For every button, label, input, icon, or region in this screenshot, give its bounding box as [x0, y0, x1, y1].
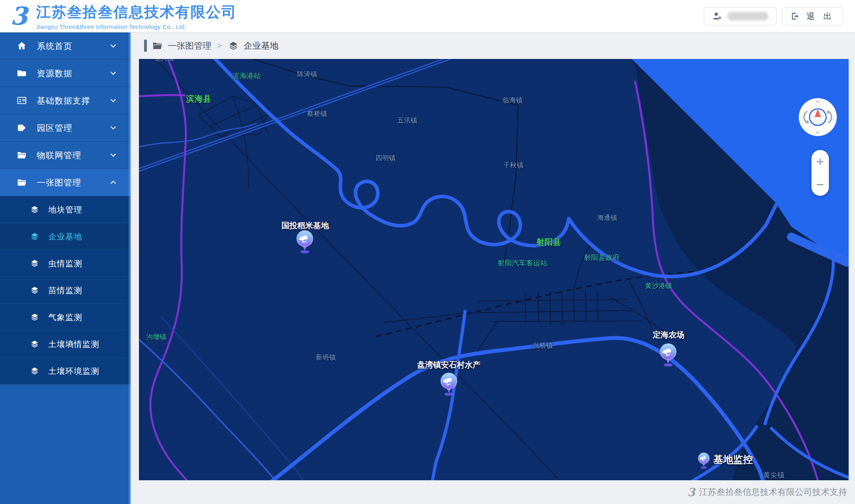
chevron-down-icon: [108, 123, 118, 133]
map-label-binhai-port-station: 滨海港站: [232, 71, 261, 81]
sidebar-item-iot-mgmt[interactable]: 物联网管理: [0, 142, 131, 169]
map-marker-label-guotou-rice-base: 国投稻米基地: [281, 220, 329, 231]
map-compass[interactable]: [798, 97, 838, 137]
layers-icon: [30, 205, 39, 214]
sidebar-item-label: 一张图管理: [37, 177, 108, 188]
zoom-in-button[interactable]: +: [811, 150, 829, 173]
user-gear-icon: [712, 11, 722, 21]
sidebar: 系统首页资源数据基础数据支撑园区管理物联网管理一张图管理地块管理企业基地虫情监测…: [0, 32, 131, 504]
company-logo: 3: [10, 4, 27, 28]
map-label-huangshagang-town: 黄沙港镇: [645, 281, 672, 290]
sidebar-subitem-weather-monitor[interactable]: 气象监测: [0, 304, 131, 331]
sidebar-subitem-label: 土壤环境监测: [48, 366, 131, 377]
app-header: 3 江苏叁拾叁信息技术有限公司 Jiangsu Three&three Info…: [0, 0, 855, 32]
sidebar-subitem-soil-env-monitor[interactable]: 土壤环境监测: [0, 358, 131, 385]
sidebar-item-basic-data[interactable]: 基础数据支撑: [0, 87, 131, 114]
sidebar-subitem-label: 苗情监测: [48, 285, 131, 296]
map-geography: [139, 59, 849, 480]
sidebar-item-resource[interactable]: 资源数据: [0, 60, 131, 87]
zoom-out-button[interactable]: −: [811, 173, 829, 196]
sidebar-subitem-label: 地块管理: [48, 204, 131, 215]
company-name-block: 江苏叁拾叁信息技术有限公司 Jiangsu Three&three Inform…: [36, 2, 237, 30]
app-root: 3 江苏叁拾叁信息技术有限公司 Jiangsu Three&three Info…: [0, 0, 855, 504]
camera-marker-icon: [296, 248, 314, 255]
layers-icon: [30, 286, 39, 295]
map-label-haitong-town: 海通镇: [597, 213, 618, 222]
chevron-up-icon: [108, 178, 118, 187]
map-label-sheyang-gov: 射阳县政府: [584, 253, 619, 262]
sidebar-item-label: 基础数据支撑: [37, 95, 108, 106]
map-label-siming-town: 四明镇: [376, 153, 396, 163]
footer-text: 江苏叁拾叁信息技术有限公司技术支持: [699, 486, 847, 498]
camera-marker-icon: [659, 361, 677, 368]
sidebar-subitem-label: 虫情监测: [48, 258, 131, 269]
company-name-en: Jiangsu Three&three Information Technolo…: [36, 23, 237, 30]
layers-icon: [30, 232, 39, 241]
map-label-sheyang-bus-station: 射阳汽车客运站: [498, 258, 547, 268]
map-marker-base-monitor[interactable]: [697, 452, 710, 471]
map-marker-dinghai-farm[interactable]: [659, 342, 677, 369]
layers-icon: [30, 259, 39, 268]
sidebar-subitem-plot-mgmt[interactable]: 地块管理: [0, 196, 131, 223]
logout-icon: [790, 11, 801, 21]
map-label-caiqiao-town: 蔡桥镇: [307, 109, 327, 118]
header-actions: 退 出: [704, 7, 843, 25]
map-canvas[interactable]: 运河镇滨海港站陈涛镇滨海县蔡桥镇临海镇五汛镇四明镇千秋镇海通镇射阳县射阳县政府射…: [139, 59, 849, 480]
map-label-sheyang-county: 射阳县: [536, 237, 561, 248]
map-marker-label-panwan-anshi-aquatic: 盘湾镇安石村水产: [417, 360, 481, 370]
sidebar-item-one-map[interactable]: 一张图管理: [0, 169, 131, 196]
folder-open-icon: [17, 177, 27, 188]
user-button[interactable]: [704, 7, 777, 25]
map-label-xingqiao-town: 兴桥镇: [533, 341, 553, 350]
chevron-down-icon: [108, 68, 118, 78]
camera-marker-icon: [697, 464, 710, 470]
footer: 3 江苏叁拾叁信息技术有限公司技术支持: [131, 480, 855, 504]
sidebar-item-label: 园区管理: [37, 122, 108, 134]
chevron-down-icon: [108, 41, 118, 51]
map-marker-panwan-anshi-aquatic[interactable]: [440, 371, 458, 398]
sidebar-subitem-soil-moisture-monitor[interactable]: 土壤墒情监测: [0, 331, 131, 358]
sidebar-subitem-label: 气象监测: [48, 312, 131, 323]
map-zoom-control: + −: [811, 150, 829, 196]
map-label-goudun-town: 沟墩镇: [146, 332, 167, 341]
layers-icon: [30, 313, 39, 322]
sidebar-item-home[interactable]: 系统首页: [0, 32, 131, 60]
sidebar-item-label: 物联网管理: [37, 150, 108, 161]
breadcrumb-separator: >: [217, 41, 222, 50]
map-marker-label-dinghai-farm: 定海农场: [653, 330, 684, 340]
map-marker-guotou-rice-base[interactable]: [296, 229, 314, 256]
sidebar-submenu: 地块管理企业基地虫情监测苗情监测气象监测土壤墒情监测土壤环境监测: [0, 196, 131, 385]
folder-icon: [17, 68, 27, 78]
compass-icon: [798, 97, 838, 137]
sidebar-item-label: 系统首页: [37, 40, 108, 52]
camera-marker-icon: [440, 390, 458, 397]
sidebar-item-park-mgmt[interactable]: 园区管理: [0, 114, 131, 142]
sidebar-subitem-enterprise-base[interactable]: 企业基地: [0, 223, 131, 250]
logout-label: 退 出: [806, 11, 835, 22]
layers-icon: [30, 366, 39, 375]
folder-open-icon: [152, 40, 163, 51]
map-label-linhai-town: 临海镇: [503, 96, 523, 105]
sidebar-subitem-label: 土壤墒情监测: [48, 339, 131, 350]
sidebar-subitem-label: 企业基地: [48, 231, 131, 242]
username-redacted: [727, 12, 768, 21]
breadcrumb-item-one-map[interactable]: 一张图管理: [168, 40, 211, 52]
chevron-down-icon: [108, 96, 118, 105]
sidebar-subitem-seedling-monitor[interactable]: 苗情监测: [0, 277, 131, 304]
tag-icon: [17, 123, 27, 133]
sidebar-item-label: 资源数据: [37, 68, 108, 79]
breadcrumb-item-enterprise-base: 企业基地: [244, 40, 279, 52]
layers-icon: [228, 40, 239, 51]
map-label-yunhe-town: 运河镇: [155, 59, 174, 63]
chevron-down-icon: [108, 150, 118, 160]
sidebar-subitem-insect-monitor[interactable]: 虫情监测: [0, 250, 131, 277]
breadcrumb-accent-bar: [144, 40, 147, 52]
map-label-wuxun-town: 五汛镇: [397, 116, 418, 125]
footer-logo: 3: [688, 486, 695, 499]
map-label-chentao-town: 陈涛镇: [297, 70, 317, 79]
logout-button[interactable]: 退 出: [782, 7, 843, 25]
layers-icon: [30, 339, 39, 349]
map-label-qianqiu-town: 千秋镇: [504, 161, 524, 170]
breadcrumb: 一张图管理 > 企业基地: [131, 32, 855, 59]
main-layout: 系统首页资源数据基础数据支撑园区管理物联网管理一张图管理地块管理企业基地虫情监测…: [0, 32, 855, 504]
